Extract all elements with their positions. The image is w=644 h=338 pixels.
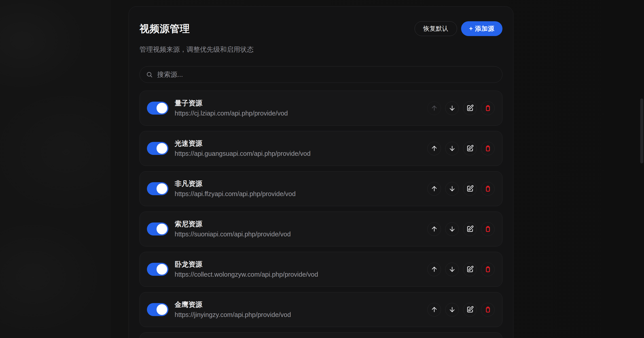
row-actions: [427, 262, 495, 276]
row-actions: [427, 142, 495, 155]
source-row: 卧龙资源 https://collect.wolongzyw.com/api.p…: [140, 252, 502, 287]
source-name: 量子资源: [175, 99, 427, 107]
edit-icon: [466, 104, 474, 112]
source-row: 金鹰资源 https://jinyingzy.com/api.php/provi…: [140, 292, 502, 327]
edit-button[interactable]: [463, 182, 477, 196]
delete-button[interactable]: [481, 222, 495, 236]
arrow-down-icon: [448, 306, 456, 313]
toggle-knob: [156, 183, 167, 194]
edit-button[interactable]: [463, 222, 477, 236]
row-actions: [427, 303, 495, 316]
row-actions: [427, 101, 495, 115]
source-row: 索尼资源 https://suoniapi.com/api.php/provid…: [140, 211, 502, 246]
video-source-manager-panel: 视频源管理 恢复默认 + 添加源 管理视频来源，调整优先级和启用状态 量子资源 …: [128, 6, 514, 338]
source-list: 量子资源 https://cj.lziapi.com/api.php/provi…: [140, 91, 502, 327]
delete-button[interactable]: [481, 182, 495, 196]
search-input[interactable]: [157, 71, 496, 78]
edit-icon: [466, 144, 474, 152]
arrow-down-icon: [448, 104, 456, 112]
move-down-button[interactable]: [445, 142, 459, 155]
source-name: 卧龙资源: [175, 260, 427, 268]
enable-toggle[interactable]: [147, 263, 168, 276]
delete-button[interactable]: [481, 142, 495, 155]
move-down-button[interactable]: [445, 222, 459, 236]
ambient-backdrop-left: [0, 0, 110, 338]
arrow-up-icon: [430, 306, 438, 313]
move-up-button[interactable]: [427, 101, 441, 115]
source-row: 量子资源 https://cj.lziapi.com/api.php/provi…: [140, 91, 502, 126]
delete-button[interactable]: [481, 303, 495, 316]
move-up-button[interactable]: [427, 262, 441, 276]
page-subtitle: 管理视频来源，调整优先级和启用状态: [140, 46, 502, 54]
edit-button[interactable]: [463, 142, 477, 155]
add-source-button[interactable]: + 添加源: [461, 21, 502, 36]
move-up-button[interactable]: [427, 142, 441, 155]
trash-icon: [484, 185, 492, 192]
move-down-button[interactable]: [445, 101, 459, 115]
arrow-up-icon: [430, 185, 438, 192]
restore-defaults-button[interactable]: 恢复默认: [414, 21, 457, 36]
delete-button[interactable]: [481, 262, 495, 276]
arrow-up-icon: [430, 145, 438, 152]
source-name: 非凡资源: [175, 180, 427, 188]
enable-toggle[interactable]: [147, 182, 168, 195]
move-up-button[interactable]: [427, 182, 441, 196]
toggle-knob: [156, 304, 167, 315]
source-name: 光速资源: [175, 139, 427, 148]
source-meta: 索尼资源 https://suoniapi.com/api.php/provid…: [175, 220, 427, 238]
toggle-knob: [156, 224, 167, 234]
page-title: 视频源管理: [140, 23, 190, 35]
trash-icon: [484, 306, 492, 313]
trash-icon: [484, 225, 492, 233]
edit-icon: [466, 265, 474, 273]
source-url: https://api.guangsuapi.com/api.php/provi…: [175, 150, 427, 157]
move-down-button[interactable]: [445, 182, 459, 196]
enable-toggle[interactable]: [147, 222, 168, 235]
edit-button[interactable]: [463, 303, 477, 316]
row-actions: [427, 222, 495, 236]
move-down-button[interactable]: [445, 303, 459, 316]
arrow-up-icon: [430, 104, 438, 112]
enable-toggle[interactable]: [147, 142, 168, 155]
source-meta: 金鹰资源 https://jinyingzy.com/api.php/provi…: [175, 301, 427, 318]
edit-icon: [466, 305, 474, 313]
arrow-up-icon: [430, 265, 438, 273]
source-meta: 非凡资源 https://api.ffzyapi.com/api.php/pro…: [175, 180, 427, 198]
source-row: 非凡资源 https://api.ffzyapi.com/api.php/pro…: [140, 171, 502, 206]
arrow-down-icon: [448, 265, 456, 273]
header-actions: 恢复默认 + 添加源: [414, 21, 502, 36]
edit-button[interactable]: [463, 262, 477, 276]
toggle-knob: [156, 143, 167, 154]
source-meta: 量子资源 https://cj.lziapi.com/api.php/provi…: [175, 99, 427, 117]
delete-button[interactable]: [481, 101, 495, 115]
trash-icon: [484, 265, 492, 273]
arrow-down-icon: [448, 145, 456, 152]
source-row: 光速资源 https://api.guangsuapi.com/api.php/…: [140, 131, 502, 166]
source-url: https://jinyingzy.com/api.php/provide/vo…: [175, 311, 427, 318]
trash-icon: [484, 145, 492, 152]
move-up-button[interactable]: [427, 303, 441, 316]
source-url: https://api.ffzyapi.com/api.php/provide/…: [175, 190, 427, 198]
move-down-button[interactable]: [445, 262, 459, 276]
arrow-down-icon: [448, 225, 456, 233]
source-url: https://collect.wolongzyw.com/api.php/pr…: [175, 271, 427, 278]
arrow-down-icon: [448, 185, 456, 192]
arrow-up-icon: [430, 225, 438, 233]
search-icon: [146, 71, 153, 78]
row-actions: [427, 182, 495, 196]
toggle-knob: [156, 103, 167, 114]
scrollbar-thumb[interactable]: [640, 99, 643, 163]
enable-toggle[interactable]: [147, 303, 168, 316]
edit-button[interactable]: [463, 101, 477, 115]
source-meta: 卧龙资源 https://collect.wolongzyw.com/api.p…: [175, 260, 427, 278]
search-bar: [140, 66, 502, 83]
panel-header: 视频源管理 恢复默认 + 添加源: [140, 21, 502, 36]
toggle-knob: [156, 264, 167, 275]
enable-toggle[interactable]: [147, 102, 168, 115]
edit-icon: [466, 185, 474, 193]
source-url: https://suoniapi.com/api.php/provide/vod: [175, 230, 427, 238]
move-up-button[interactable]: [427, 222, 441, 236]
source-name: 金鹰资源: [175, 301, 427, 309]
trash-icon: [484, 104, 492, 112]
source-url: https://cj.lziapi.com/api.php/provide/vo…: [175, 110, 427, 117]
